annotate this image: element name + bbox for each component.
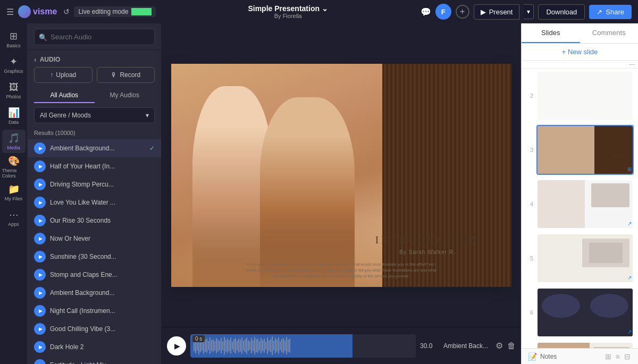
sidebar-item-media[interactable]: 🎵 Media [2,130,26,153]
record-button[interactable]: 🎙 Record [97,67,155,83]
presentation-title[interactable]: Simple Presentation ⌄ [248,4,328,13]
add-collaborator-button[interactable]: + [456,5,469,19]
comment-icon-button[interactable]: 💬 [421,7,431,17]
play-circle-9[interactable]: ▶ [34,305,46,317]
apps-icon: ⋯ [9,209,19,221]
play-circle-2[interactable]: ▶ [34,179,46,190]
waveform-bar [219,341,220,351]
theme-colors-icon: 🎨 [8,155,20,167]
top-bar: ☰ visme ↺ Live editing mode Online Simpl… [0,0,638,23]
audio-settings-button[interactable]: ⚙ [496,341,503,351]
audio-item-5[interactable]: ▶ Now Or Never [28,230,161,248]
play-triangle-icon: ▶ [174,342,180,350]
waveform-bar [248,340,249,352]
play-circle-5[interactable]: ▶ [34,233,46,244]
play-circle-12[interactable]: ▶ [34,359,46,364]
audio-header-label: AUDIO [40,56,61,63]
slide-thumb-5[interactable]: ↗ [536,233,634,283]
waveform-bar [237,341,238,351]
play-circle-10[interactable]: ▶ [34,323,46,335]
slide-icon-6: ↗ [627,329,632,335]
zoom-view-button[interactable]: ⊟ [623,351,632,362]
audio-item-8[interactable]: ▶ Ambient Background... [28,284,161,302]
play-circle-4[interactable]: ▶ [34,215,46,226]
slide-num-5: 5 [526,255,533,261]
slide-row-5: 5 ↗ [526,233,634,283]
waveform-bar [276,340,278,352]
genre-dropdown[interactable]: All Genre / Moods ▾ [34,107,155,123]
slide-thumb-6[interactable]: ↗ [536,287,634,337]
audio-item-0[interactable]: ▶ Ambient Background... ✓ [28,139,161,157]
sidebar-item-theme-colors[interactable]: 🎨 Theme Colors [2,155,26,179]
audio-item-7[interactable]: ▶ Stomp and Claps Ene... [28,266,161,284]
tab-my-audios[interactable]: My Audios [95,88,155,103]
grid-view-button[interactable]: ⊞ [604,351,612,362]
slide-row-3: 3 INTRO ⊞ [526,125,634,175]
notes-bar[interactable]: 📝 Notes ⊞ ≡ ⊟ [522,348,638,364]
waveform-bar [227,338,228,353]
timeline-track[interactable]: 0 s [190,334,416,358]
back-chevron-icon[interactable]: ‹ [34,55,37,64]
slide-inner-2 [538,72,633,120]
audio-item-3[interactable]: ▶ Love You Like Water ... [28,193,161,211]
audio-action-buttons: ↑ Upload 🎙 Record [28,67,161,88]
slide-content[interactable]: INTRODUCTION By Sarah Walker R. If you w… [171,64,511,287]
upload-button[interactable]: ↑ Upload [34,67,93,83]
play-circle-3[interactable]: ▶ [34,197,46,208]
hamburger-icon[interactable]: ☰ [6,7,14,17]
present-button[interactable]: ▶ Present [474,4,520,20]
waveform-bar [241,337,242,354]
waveform-bar [253,340,254,351]
list-view-button[interactable]: ≡ [615,351,621,362]
play-icon-9: ▶ [39,308,43,314]
play-icon-3: ▶ [39,200,43,205]
sidebar-item-apps[interactable]: ⋯ Apps [2,206,26,230]
undo-icon[interactable]: ↺ [63,7,70,16]
audio-item-4[interactable]: ▶ Our Rise 30 Seconds [28,211,161,230]
sidebar-item-data[interactable]: 📊 Data [2,104,26,128]
audio-item-10[interactable]: ▶ Good Chilling Vibe (3... [28,320,161,338]
topbar-left: ☰ visme ↺ Live editing mode Online [6,5,156,18]
canvas-timeline-area: INTRODUCTION By Sarah Walker R. If you w… [162,23,521,364]
slide-thumb-3[interactable]: INTRO ⊞ [536,125,634,175]
tab-all-audios[interactable]: All Audios [34,88,95,103]
audio-item-6[interactable]: ▶ Sunshine (30 Second... [28,248,161,266]
waveform-bar [275,338,276,353]
slide-thumb-7[interactable]: ↗ [536,342,634,348]
slide-thumb-2[interactable] [536,71,634,121]
sidebar-item-my-files[interactable]: 📁 My Files [2,181,26,204]
share-button[interactable]: ↗ Share [589,5,632,19]
waveform-bar [214,341,215,351]
slide-num-3: 3 [526,147,533,153]
play-circle-11[interactable]: ▶ [34,341,46,353]
waveform-bar [254,337,255,354]
play-circle-7[interactable]: ▶ [34,269,46,281]
title-arrow-icon: ⌄ [322,4,328,13]
slide-inner-4 [538,180,633,228]
sidebar-item-basics[interactable]: ⊞ Basics [2,28,26,51]
play-circle-1[interactable]: ▶ [34,160,46,172]
audio-item-2[interactable]: ▶ Driving Stomp Percu... [28,175,161,193]
slide-inner-5 [538,234,633,282]
audio-delete-button[interactable]: 🗑 [507,341,516,351]
present-dropdown-button[interactable]: ▾ [524,4,534,19]
slide-thumb-4[interactable]: ↗ [536,179,634,229]
play-pause-button[interactable]: ▶ [167,336,186,355]
audio-item-11[interactable]: ▶ Dark Hole 2 [28,338,161,356]
tab-slides[interactable]: Slides [522,23,580,43]
audio-item-9[interactable]: ▶ Night Call (Instrumen... [28,302,161,320]
topbar-center: Simple Presentation ⌄ By Fiorella [160,4,416,19]
waveform-bar [251,338,252,353]
audio-item-1[interactable]: ▶ Half of Your Heart (In... [28,157,161,175]
sidebar-item-graphics[interactable]: ✦ Graphics [2,53,26,77]
play-circle-6[interactable]: ▶ [34,251,46,263]
download-button[interactable]: Download [538,4,585,20]
sidebar-item-photos[interactable]: 🖼 Photos [2,79,26,102]
audio-item-12[interactable]: ▶ Fortitude - Light Mix ... [28,356,161,364]
play-circle-8[interactable]: ▶ [34,287,46,299]
new-slide-button[interactable]: + New slide [522,44,638,61]
graphics-icon: ✦ [10,56,18,67]
search-input[interactable] [34,29,155,45]
tab-comments[interactable]: Comments [580,23,639,43]
play-circle-0[interactable]: ▶ [34,142,46,154]
